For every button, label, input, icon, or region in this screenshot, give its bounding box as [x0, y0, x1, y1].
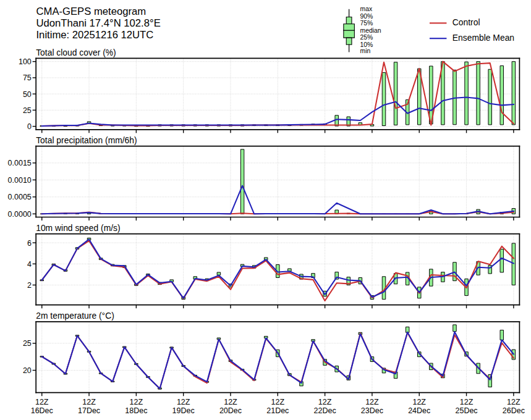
svg-text:24Dec: 24Dec — [408, 406, 430, 415]
svg-text:12Z: 12Z — [35, 398, 49, 406]
svg-text:0.0010: 0.0010 — [8, 176, 32, 185]
svg-text:10m wind speed (m/s): 10m wind speed (m/s) — [36, 223, 121, 233]
svg-text:4: 4 — [27, 260, 32, 269]
svg-text:75: 75 — [23, 74, 32, 82]
svg-text:18Dec: 18Dec — [125, 406, 147, 415]
svg-text:12Z: 12Z — [365, 398, 379, 406]
svg-text:17Dec: 17Dec — [78, 406, 100, 415]
svg-text:20: 20 — [23, 366, 32, 375]
svg-text:75%: 75% — [360, 20, 373, 27]
svg-text:Total precipitation (mm/6h): Total precipitation (mm/6h) — [36, 135, 137, 145]
svg-text:UdonThani 17.4°N 102.8°E: UdonThani 17.4°N 102.8°E — [36, 17, 161, 29]
svg-text:12Z: 12Z — [318, 398, 332, 406]
svg-text:50: 50 — [23, 90, 32, 99]
svg-text:12Z: 12Z — [507, 398, 520, 406]
svg-text:22Dec: 22Dec — [314, 406, 336, 415]
svg-text:6: 6 — [27, 239, 32, 248]
svg-text:0.0000: 0.0000 — [8, 210, 32, 219]
svg-text:Ensemble Mean: Ensemble Mean — [452, 33, 514, 43]
svg-text:median: median — [360, 27, 381, 34]
svg-text:16Dec: 16Dec — [31, 406, 53, 415]
svg-text:Control: Control — [452, 17, 480, 27]
svg-text:19Dec: 19Dec — [172, 406, 195, 415]
svg-text:12Z: 12Z — [177, 398, 190, 406]
svg-text:90%: 90% — [360, 13, 373, 20]
svg-text:23Dec: 23Dec — [361, 406, 383, 415]
svg-text:12Z: 12Z — [412, 398, 426, 406]
svg-text:10%: 10% — [360, 41, 373, 48]
svg-text:25: 25 — [23, 339, 32, 348]
svg-text:2: 2 — [27, 281, 32, 290]
svg-text:0: 0 — [27, 122, 32, 131]
svg-text:Initime: 20251216 12UTC: Initime: 20251216 12UTC — [36, 29, 154, 41]
svg-text:12Z: 12Z — [130, 398, 143, 406]
svg-text:Total cloud cover (%): Total cloud cover (%) — [36, 48, 116, 57]
svg-text:26Dec: 26Dec — [503, 406, 525, 415]
svg-text:0.0005: 0.0005 — [8, 193, 32, 201]
svg-text:CMA-GEPS meteogram: CMA-GEPS meteogram — [36, 6, 147, 17]
svg-text:12Z: 12Z — [82, 398, 96, 406]
svg-text:20Dec: 20Dec — [219, 406, 242, 415]
svg-text:25Dec: 25Dec — [455, 406, 477, 415]
svg-text:12Z: 12Z — [224, 398, 237, 406]
svg-text:100: 100 — [19, 57, 32, 66]
svg-text:min: min — [360, 48, 370, 54]
svg-text:2m temperature (°C): 2m temperature (°C) — [36, 311, 114, 321]
svg-text:12Z: 12Z — [271, 398, 285, 406]
svg-text:25%: 25% — [360, 34, 373, 41]
svg-text:0.0015: 0.0015 — [8, 159, 32, 167]
svg-text:12Z: 12Z — [460, 398, 474, 406]
svg-text:max: max — [360, 6, 372, 12]
svg-text:21Dec: 21Dec — [266, 406, 289, 415]
svg-text:25: 25 — [23, 106, 32, 115]
